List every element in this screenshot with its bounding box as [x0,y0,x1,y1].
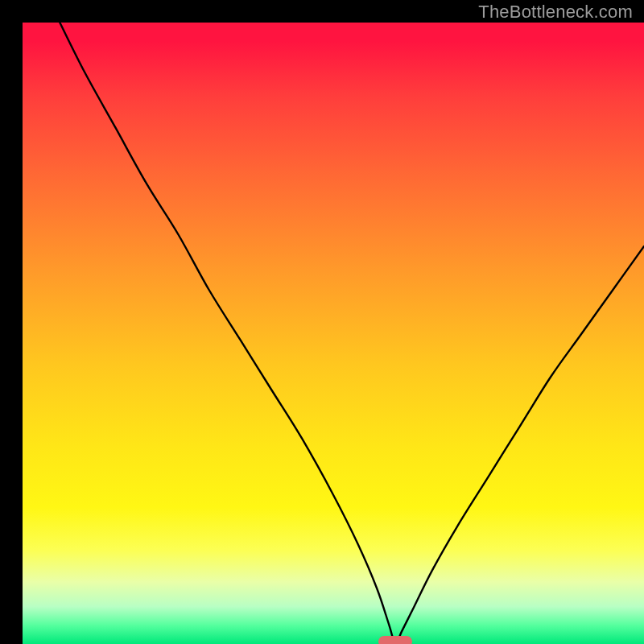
watermark-text: TheBottleneck.com [478,2,633,23]
optimal-marker [378,636,412,644]
bottleneck-curve [60,23,644,644]
chart-frame [11,11,633,633]
plot-area [23,23,644,644]
curve-layer [23,23,644,644]
